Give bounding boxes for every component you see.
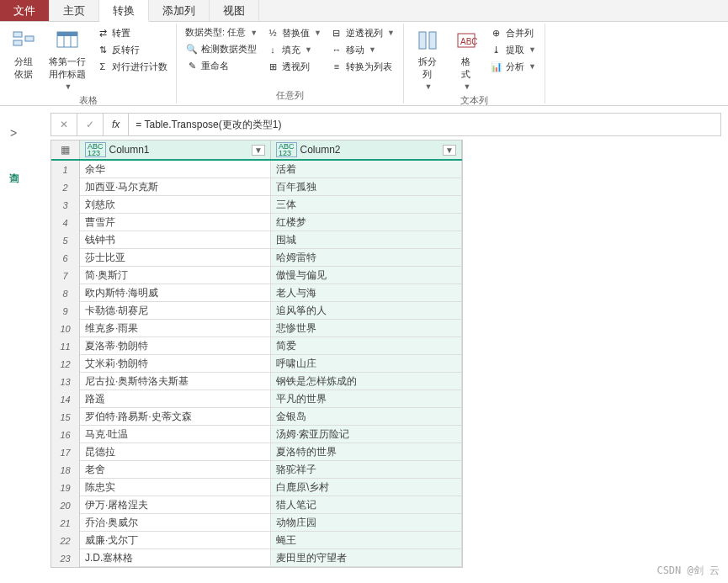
cell-col1[interactable]: 老舍 [80,461,271,478]
cell-col1[interactable]: 艾米莉·勃朗特 [80,355,271,372]
table-row[interactable]: 22威廉·戈尔丁蝇王 [51,532,462,549]
table-row[interactable]: 14路遥平凡的世界 [51,390,462,408]
cell-col1[interactable]: 马克·吐温 [80,426,271,443]
tab-file[interactable]: 文件 [0,0,50,21]
tab-view[interactable]: 视图 [210,0,259,21]
table-row[interactable]: 18老舍骆驼祥子 [51,461,462,479]
cell-col1[interactable]: 夏洛蒂·勃朗特 [80,337,271,354]
table-row[interactable]: 11夏洛蒂·勃朗特简爱 [51,337,462,355]
table-row[interactable]: 23J.D.塞林格麦田里的守望者 [51,549,462,567]
formula-confirm-button[interactable]: ✓ [77,114,104,135]
extract-button[interactable]: ⤓提取▼ [488,42,538,57]
cell-col2[interactable]: 红楼梦 [271,214,462,231]
cell-col2[interactable]: 老人与海 [271,284,462,301]
filter-dropdown-1[interactable]: ▼ [252,145,265,156]
table-row[interactable]: 19陈忠实白鹿原\乡村 [51,479,462,496]
cell-col2[interactable]: 活着 [271,161,462,178]
cell-col2[interactable]: 追风筝的人 [271,302,462,319]
table-row[interactable]: 17昆德拉夏洛特的世界 [51,443,462,461]
cell-col2[interactable]: 猎人笔记 [271,496,462,513]
transpose-button[interactable]: ⇄转置 [94,25,169,40]
cell-col2[interactable]: 百年孤独 [271,178,462,195]
cell-col2[interactable]: 钢铁是怎样炼成的 [271,373,462,390]
cell-col1[interactable]: 罗伯特·路易斯·史蒂文森 [80,408,271,425]
cell-col1[interactable]: 余华 [80,161,271,178]
column-header-2[interactable]: ABC 123 Column2 ▼ [271,140,462,159]
cell-col1[interactable]: 陈忠实 [80,479,271,496]
table-row[interactable]: 21乔治·奥威尔动物庄园 [51,514,462,532]
cell-col1[interactable]: 卡勒德·胡赛尼 [80,302,271,319]
cell-col1[interactable]: 加西亚·马尔克斯 [80,178,271,195]
rename-button[interactable]: ✎重命名 [183,58,259,73]
cell-col1[interactable]: 威廉·戈尔丁 [80,532,271,549]
groupby-button[interactable]: 分组 依据 [7,25,40,93]
table-row[interactable]: 7简·奥斯汀傲慢与偏见 [51,267,462,284]
tab-transform[interactable]: 转换 [99,0,149,22]
select-all-corner[interactable]: ▦ [51,140,80,159]
cell-col1[interactable]: 刘慈欣 [80,196,271,213]
filter-dropdown-2[interactable]: ▼ [443,145,456,156]
cell-col1[interactable]: 曹雪芹 [80,214,271,231]
cell-col2[interactable]: 三体 [271,196,462,213]
detect-button[interactable]: 🔍检测数据类型 [183,41,259,56]
cell-col2[interactable]: 金银岛 [271,408,462,425]
table-row[interactable]: 3刘慈欣三体 [51,196,462,214]
table-row[interactable]: 16马克·吐温汤姆·索亚历险记 [51,426,462,443]
formula-input[interactable]: = Table.Transpose(更改的类型1) [129,114,720,135]
table-row[interactable]: 10维克多·雨果悲惨世界 [51,320,462,337]
cell-col2[interactable]: 平凡的世界 [271,390,462,407]
cell-col1[interactable]: 欧内斯特·海明威 [80,284,271,301]
cell-col2[interactable]: 围城 [271,231,462,248]
tab-home[interactable]: 主页 [50,0,99,21]
move-button[interactable]: ↔移动▼ [328,42,396,57]
table-row[interactable]: 1余华活着 [51,161,462,178]
tolist-button[interactable]: ≡转换为列表 [328,59,396,74]
merge-button[interactable]: ⊕合并列 [488,25,538,40]
cell-col2[interactable]: 动物庄园 [271,514,462,531]
table-row[interactable]: 13尼古拉·奥斯特洛夫斯基钢铁是怎样炼成的 [51,373,462,390]
table-row[interactable]: 2加西亚·马尔克斯百年孤独 [51,178,462,196]
useheaders-button[interactable]: 将第一行 用作标题▼ [45,25,89,93]
cell-col1[interactable]: 莎士比亚 [80,249,271,266]
table-row[interactable]: 20伊万·屠格涅夫猎人笔记 [51,496,462,514]
cell-col1[interactable]: 维克多·雨果 [80,320,271,337]
table-row[interactable]: 6莎士比亚哈姆雷特 [51,249,462,267]
cell-col2[interactable]: 简爱 [271,337,462,354]
formula-cancel-button[interactable]: ✕ [51,114,77,135]
table-row[interactable]: 12艾米莉·勃朗特呼啸山庄 [51,355,462,373]
column-header-1[interactable]: ABC 123 Column1 ▼ [80,140,271,159]
cell-col2[interactable]: 麦田里的守望者 [271,549,462,566]
datatype-button[interactable]: 数据类型: 任意▼ [183,25,259,40]
reverse-button[interactable]: ⇅反转行 [94,42,169,57]
unpivot-button[interactable]: ⊟逆透视列▼ [328,25,396,40]
table-row[interactable]: 5钱钟书围城 [51,231,462,249]
countrows-button[interactable]: Σ对行进行计数 [94,59,169,74]
cell-col1[interactable]: 伊万·屠格涅夫 [80,496,271,513]
table-row[interactable]: 15罗伯特·路易斯·史蒂文森金银岛 [51,408,462,426]
cell-col1[interactable]: 路遥 [80,390,271,407]
pivot-button[interactable]: ⊞透视列 [264,59,323,74]
cell-col2[interactable]: 哈姆雷特 [271,249,462,266]
cell-col2[interactable]: 蝇王 [271,532,462,549]
cell-col1[interactable]: 钱钟书 [80,231,271,248]
splitcol-button[interactable]: 拆分 列▼ [411,25,444,93]
cell-col2[interactable]: 汤姆·索亚历险记 [271,426,462,443]
cell-col2[interactable]: 傲慢与偏见 [271,267,462,284]
expand-queries-button[interactable]: > [10,126,17,140]
cell-col1[interactable]: 乔治·奥威尔 [80,514,271,531]
cell-col2[interactable]: 白鹿原\乡村 [271,479,462,496]
table-row[interactable]: 9卡勒德·胡赛尼追风筝的人 [51,302,462,320]
table-row[interactable]: 4曹雪芹红楼梦 [51,214,462,231]
cell-col1[interactable]: 尼古拉·奥斯特洛夫斯基 [80,373,271,390]
cell-col1[interactable]: 昆德拉 [80,443,271,460]
table-row[interactable]: 8欧内斯特·海明威老人与海 [51,284,462,302]
cell-col2[interactable]: 呼啸山庄 [271,355,462,372]
analyze-button[interactable]: 📊分析▼ [488,59,538,74]
cell-col2[interactable]: 骆驼祥子 [271,461,462,478]
cell-col1[interactable]: J.D.塞林格 [80,549,271,566]
replace-button[interactable]: ½替换值▼ [264,25,323,40]
tab-addcolumn[interactable]: 添加列 [149,0,210,21]
cell-col2[interactable]: 悲惨世界 [271,320,462,337]
format-button[interactable]: ABC 格 式▼ [449,25,483,93]
cell-col2[interactable]: 夏洛特的世界 [271,443,462,460]
